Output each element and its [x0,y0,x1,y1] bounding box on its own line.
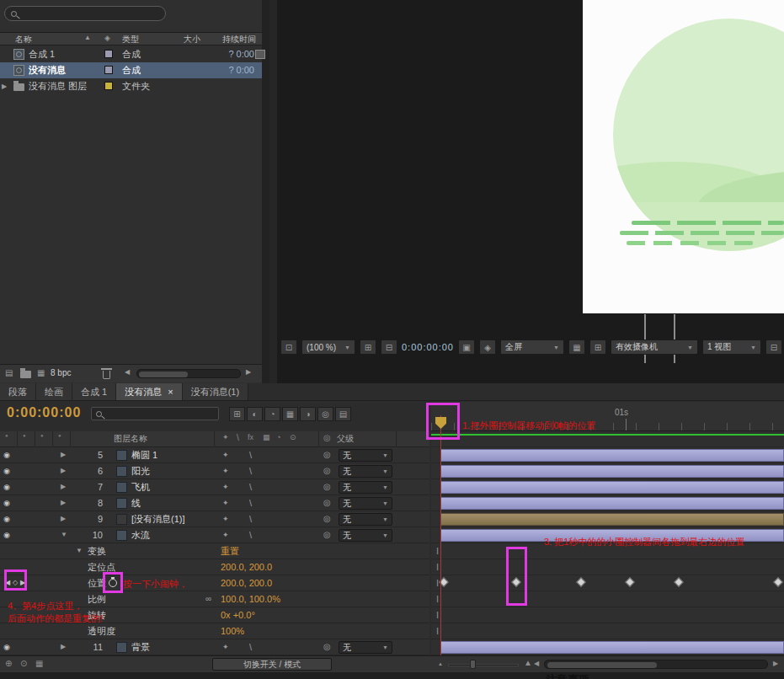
label-swatch[interactable] [104,82,113,90]
current-timecode[interactable]: 0:00:00:00 [7,405,81,420]
camera-dropdown[interactable]: 有效摄像机 ▼ [611,340,698,355]
layer-row[interactable]: ◉ ▶ 9 [没有消息(1)] ✦ \ ◎ 无 ▼ [0,511,429,527]
expander-icon[interactable]: ▶ [61,479,66,495]
item-name[interactable]: 没有消息 [29,62,66,78]
composition-canvas[interactable] [583,0,784,313]
quality-switch-icon[interactable]: \ [249,479,252,495]
layer-name[interactable]: 背景 [131,639,150,655]
expand-transfer-controls-icon[interactable]: ⊙ [20,659,27,668]
parent-dropdown[interactable]: 无 ▼ [339,529,392,542]
collapse-switch-icon[interactable]: ✦ [222,495,229,511]
layer-name[interactable]: 线 [131,495,141,511]
view-layout-dropdown[interactable]: 1 视图 ▼ [702,340,761,355]
layer-name[interactable]: 飞机 [131,479,150,495]
quality-switch-icon[interactable]: \ [249,463,252,479]
anchor-point-value[interactable]: 200.0, 200.0 [221,559,272,575]
layer-row[interactable]: ◉ ▶ 8 线 ✦ \ ◎ 无 ▼ [0,495,429,511]
pickwhip-icon[interactable]: ◎ [323,527,331,543]
parent-dropdown[interactable]: 无 ▼ [339,513,392,526]
column-type[interactable]: 类型 [122,34,139,45]
viewer-timecode[interactable]: 0:00:00:00 [402,342,454,352]
sort-arrow-icon[interactable]: ▲ [84,34,91,41]
layer-row[interactable]: ◉ ▶ 7 飞机 ✦ \ ◎ 无 ▼ [0,479,429,495]
project-row-selected[interactable]: 没有消息 合成 ? 0:00 [0,62,262,78]
expander-icon[interactable]: ▶ [61,463,66,479]
bit-depth-label[interactable]: 8 bpc [51,368,71,377]
transform-group-row[interactable]: ▼ 变换 重置 [0,543,429,559]
quality-switch-icon[interactable]: \ [249,511,252,527]
hide-shy-icon[interactable]: ◔ [264,407,280,421]
opacity-value[interactable]: 100% [221,623,244,639]
parent-dropdown[interactable]: 无 ▼ [339,481,392,494]
expand-layer-switches-icon[interactable]: ⊕ [5,659,12,668]
tab-no-message[interactable]: 没有消息 × [116,383,182,400]
timeline-search-input[interactable] [106,409,214,419]
project-search-input[interactable] [22,8,159,19]
bit-depth-icon[interactable]: ▦ [37,368,45,377]
layer-duration-bar[interactable] [440,449,784,462]
layer-duration-bar[interactable] [440,481,784,494]
layer-name[interactable]: 阳光 [131,463,150,479]
layer-row[interactable]: ◉ ▶ 5 椭圆 1 ✦ \ ◎ 无 ▼ [0,447,429,463]
layer-duration-bar[interactable] [440,465,784,478]
collapse-switch-icon[interactable]: ✦ [222,527,229,543]
collapse-switch-icon[interactable]: ✦ [222,479,229,495]
expand-down-icon[interactable]: ▼ [76,543,83,559]
layer-name[interactable]: 椭圆 1 [131,447,157,462]
link-icon[interactable]: ∞ [205,591,211,607]
pickwhip-icon[interactable]: ◎ [323,447,331,462]
quality-switch-icon[interactable]: \ [249,527,252,543]
expander-icon[interactable]: ▼ [61,527,67,543]
frame-blend-icon[interactable]: ▦ [282,407,298,421]
reset-link[interactable]: 重置 [221,543,239,559]
position-row[interactable]: ◀ ◇ ▶ 位置 200.0, 200.0 [0,575,429,591]
scale-label[interactable]: 比例 [88,591,106,607]
anchor-point-row[interactable]: 定位点 200.0, 200.0 [0,559,429,575]
pickwhip-icon[interactable]: ◎ [323,511,331,527]
parent-header[interactable]: 父级 [337,433,354,445]
project-scrollbar[interactable] [136,369,241,378]
grid-icon[interactable]: ⊞ [360,340,376,355]
project-row[interactable]: ▶ 没有消息 图层 文件夹 [0,78,262,94]
pickwhip-icon[interactable]: ◎ [323,639,331,655]
column-size[interactable]: 大小 [184,34,200,45]
quality-switch-icon[interactable]: \ [249,639,252,655]
opacity-row[interactable]: 透明度 100% [0,623,429,639]
motion-blur-icon[interactable]: ◑ [300,407,316,421]
eye-icon[interactable]: ◉ [3,639,10,655]
scroll-right-icon[interactable]: ▶ [773,660,778,667]
label-column-icon[interactable]: ◈ [104,34,110,42]
transform-label[interactable]: 变换 [88,543,106,559]
layer-duration-bar[interactable] [440,641,784,654]
expander-icon[interactable]: ▶ [61,447,66,462]
tab-paint[interactable]: 绘画 [36,383,72,400]
collapse-switch-icon[interactable]: ✦ [222,447,229,462]
region-of-interest-icon[interactable]: ⊡ [280,340,297,355]
opacity-label[interactable]: 透明度 [88,623,115,639]
guides-icon[interactable]: ⊟ [381,340,397,355]
expander-icon[interactable]: ▶ [61,511,66,527]
parent-dropdown[interactable]: 无 ▼ [339,497,392,510]
eye-icon[interactable]: ◉ [3,447,10,462]
rotation-value[interactable]: 0x +0.0° [221,607,255,623]
resolution-dropdown[interactable]: 全屏 ▼ [500,340,564,355]
layer-duration-bar[interactable] [440,497,784,510]
playhead-line[interactable] [440,415,441,655]
tab-no-message-1[interactable]: 没有消息(1) [183,383,248,400]
draft-3d-icon[interactable]: ◐ [247,407,263,421]
eye-icon[interactable]: ◉ [3,463,10,479]
transparency-grid-icon[interactable]: ▦ [568,340,585,355]
parent-dropdown[interactable]: 无 ▼ [339,641,392,654]
layer-name[interactable]: 水流 [131,527,150,543]
collapse-switch-icon[interactable]: ✦ [222,463,229,479]
close-icon[interactable]: × [168,387,173,397]
item-name[interactable]: 合成 1 [29,46,55,62]
scroll-left-icon[interactable]: ◀ [534,660,539,667]
channels-icon[interactable]: ◈ [479,340,496,355]
position-value[interactable]: 200.0, 200.0 [221,575,272,591]
scrollbar-thumb[interactable] [547,662,657,668]
tab-paragraph[interactable]: 段落 [0,383,36,400]
eye-icon[interactable]: ◉ [3,495,10,511]
expand-inout-icon[interactable]: ▦ [35,659,43,668]
snapshot-icon[interactable]: ▣ [458,340,475,355]
